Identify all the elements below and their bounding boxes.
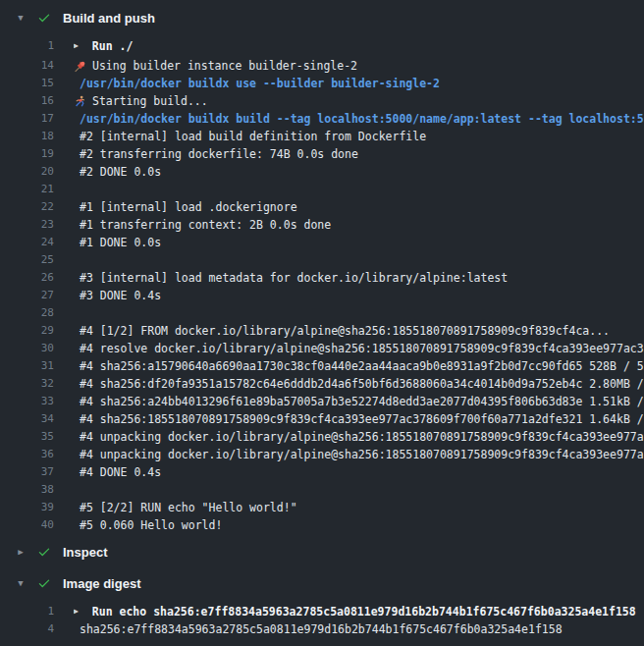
line-number[interactable]: 39 <box>0 499 54 516</box>
line-number[interactable]: 30 <box>0 340 54 357</box>
expand-chevron-icon[interactable]: ▶ <box>74 37 79 55</box>
log-text: #4 [1/2] FROM docker.io/library/alpine@s… <box>80 322 610 340</box>
log-text: #2 DONE 0.0s <box>80 163 161 181</box>
section-title: Image digest <box>63 576 140 591</box>
log-line-content: ▶ #4 DONE 0.4s <box>74 463 644 481</box>
log-line: 18 ▶ #2 [internal] load build definition… <box>0 128 644 145</box>
log-line-content: ▶ #1 DONE 0.0s <box>74 234 644 251</box>
line-number[interactable]: 22 <box>0 198 54 216</box>
log-text: /usr/bin/docker buildx use --builder bui… <box>80 75 440 92</box>
log-line-content: ▶ /usr/bin/docker buildx build --tag loc… <box>74 110 644 128</box>
log-line: 37 ▶ #4 DONE 0.4s <box>0 463 644 481</box>
log-section-image-digest: ▼ Image digest 1 ▶ Run echo sha256:e7ff8… <box>0 571 644 638</box>
log-line-content: ▶ #2 [internal] load build definition fr… <box>74 128 644 145</box>
log-line-content: ▶ #4 unpacking docker.io/library/alpine@… <box>74 428 644 446</box>
log-text: #2 transferring dockerfile: 74B 0.0s don… <box>80 145 358 163</box>
line-number[interactable]: 18 <box>0 128 54 145</box>
log-line-content: ▶ Using builder instance builder-single-… <box>74 57 644 75</box>
section-header-build-and-push[interactable]: ▼ Build and push <box>0 6 644 29</box>
log-section-build-and-push: ▼ Build and push 1 ▶ Run ./ 14 ▶ Using b… <box>0 6 644 534</box>
log-line: 22 ▶ #1 [internal] load .dockerignore <box>0 198 644 216</box>
log-line: 31 ▶ #4 sha256:a15790640a6690aa1730c38cf… <box>0 357 644 375</box>
line-number[interactable]: 1 <box>0 603 54 620</box>
log-text: Using builder instance builder-single-2 <box>92 57 357 75</box>
line-number[interactable]: 36 <box>0 446 54 463</box>
section-header-image-digest[interactable]: ▼ Image digest <box>0 571 644 595</box>
log-text: #4 unpacking docker.io/library/alpine@sh… <box>80 446 644 463</box>
section-toggle-icon[interactable]: ▶ <box>12 540 29 564</box>
line-number[interactable]: 26 <box>0 269 54 287</box>
log-line: 38 ▶ <box>0 481 644 499</box>
line-number[interactable]: 14 <box>0 57 54 75</box>
log-text: #2 [internal] load build definition from… <box>80 128 426 145</box>
log-line: 16 ▶ Starting build... <box>0 92 644 110</box>
log-line: 35 ▶ #4 unpacking docker.io/library/alpi… <box>0 428 644 446</box>
line-number[interactable]: 33 <box>0 393 54 410</box>
log-line: 30 ▶ #4 resolve docker.io/library/alpine… <box>0 340 644 357</box>
log-line-content: ▶ #4 sha256:a15790640a6690aa1730c38cf0a4… <box>74 357 644 375</box>
log-text: #4 DONE 0.4s <box>80 463 161 481</box>
log-line: 4 ▶ sha256:e7ff8834a5963a2785c5a0811e979… <box>0 620 644 638</box>
success-check-icon <box>37 576 51 590</box>
log-line: 36 ▶ #4 unpacking docker.io/library/alpi… <box>0 446 644 463</box>
log-line: 27 ▶ #3 DONE 0.4s <box>0 287 644 304</box>
log-line-content: ▶ <box>74 181 644 198</box>
line-number[interactable]: 24 <box>0 234 54 251</box>
line-number[interactable]: 27 <box>0 287 54 304</box>
log-text: #4 unpacking docker.io/library/alpine@sh… <box>80 428 644 446</box>
line-number[interactable]: 38 <box>0 481 54 499</box>
line-number[interactable]: 15 <box>0 75 54 92</box>
line-number[interactable]: 19 <box>0 145 54 163</box>
log-line-content: ▶ #4 sha256:df20fa9351a15782c64e6dddb2d4… <box>74 375 644 393</box>
log-line: 19 ▶ #2 transferring dockerfile: 74B 0.0… <box>0 145 644 163</box>
log-text: #3 [internal] load metadata for docker.i… <box>80 269 508 287</box>
log-text: #5 [2/2] RUN echo "Hello world!" <box>80 499 297 516</box>
log-line-content: ▶ <box>74 251 644 269</box>
line-number[interactable]: 40 <box>0 516 54 534</box>
log-text: #5 0.060 Hello world! <box>80 516 222 534</box>
line-number[interactable]: 28 <box>0 304 54 322</box>
log-line: 21 ▶ <box>0 181 644 198</box>
log-line: 17 ▶ /usr/bin/docker buildx build --tag … <box>0 110 644 128</box>
log-line: 33 ▶ #4 sha256:a24bb4013296f61e89ba57005… <box>0 393 644 410</box>
log-text: #3 DONE 0.4s <box>80 287 161 304</box>
section-title: Inspect <box>63 545 108 560</box>
line-number[interactable]: 31 <box>0 357 54 375</box>
line-number[interactable]: 1 <box>0 37 54 55</box>
log-line: 23 ▶ #1 transferring context: 2B 0.0s do… <box>0 216 644 234</box>
line-number[interactable]: 17 <box>0 110 54 128</box>
log-line: 1 ▶ Run ./ <box>0 37 644 55</box>
line-number[interactable]: 16 <box>0 92 54 110</box>
line-number[interactable]: 29 <box>0 322 54 340</box>
line-number[interactable]: 20 <box>0 163 54 181</box>
success-check-icon <box>37 545 51 559</box>
log-line-content: ▶ #4 sha256:185518070891758909c9f839cf4c… <box>74 410 644 428</box>
section-toggle-icon[interactable]: ▼ <box>12 6 29 29</box>
section-toggle-icon[interactable]: ▼ <box>12 571 29 595</box>
log-line: 39 ▶ #5 [2/2] RUN echo "Hello world!" <box>0 499 644 516</box>
log-line-content: ▶ #3 [internal] load metadata for docker… <box>74 269 644 287</box>
line-number[interactable]: 37 <box>0 463 54 481</box>
log-line: 40 ▶ #5 0.060 Hello world! <box>0 516 644 534</box>
log-line: 1 ▶ Run echo sha256:e7ff8834a5963a2785c5… <box>0 603 644 620</box>
line-number[interactable]: 23 <box>0 216 54 234</box>
log-line-content: ▶ <box>74 304 644 322</box>
log-line-content: ▶ Run ./ <box>74 37 644 55</box>
section-log-lines: 1 ▶ Run ./ 14 ▶ Using builder instance b… <box>0 37 644 534</box>
line-number[interactable]: 34 <box>0 410 54 428</box>
section-header-inspect[interactable]: ▶ Inspect <box>0 540 644 564</box>
line-number[interactable]: 4 <box>0 620 54 638</box>
success-check-icon <box>37 11 51 25</box>
line-number[interactable]: 35 <box>0 428 54 446</box>
line-number[interactable]: 32 <box>0 375 54 393</box>
log-line-content: ▶ #1 transferring context: 2B 0.0s done <box>74 216 644 234</box>
log-text: #4 sha256:a15790640a6690aa1730c38cf0a440… <box>80 357 644 375</box>
log-line-content: ▶ #3 DONE 0.4s <box>74 287 644 304</box>
log-text: /usr/bin/docker buildx build --tag local… <box>80 110 644 128</box>
line-number[interactable]: 21 <box>0 181 54 198</box>
log-text: #4 sha256:df20fa9351a15782c64e6dddb2d4a6… <box>80 375 644 393</box>
log-text: sha256:e7ff8834a5963a2785c5a0811e979d16b… <box>80 620 563 638</box>
expand-chevron-icon[interactable]: ▶ <box>74 603 79 620</box>
log-line: 25 ▶ <box>0 251 644 269</box>
line-number[interactable]: 25 <box>0 251 54 269</box>
